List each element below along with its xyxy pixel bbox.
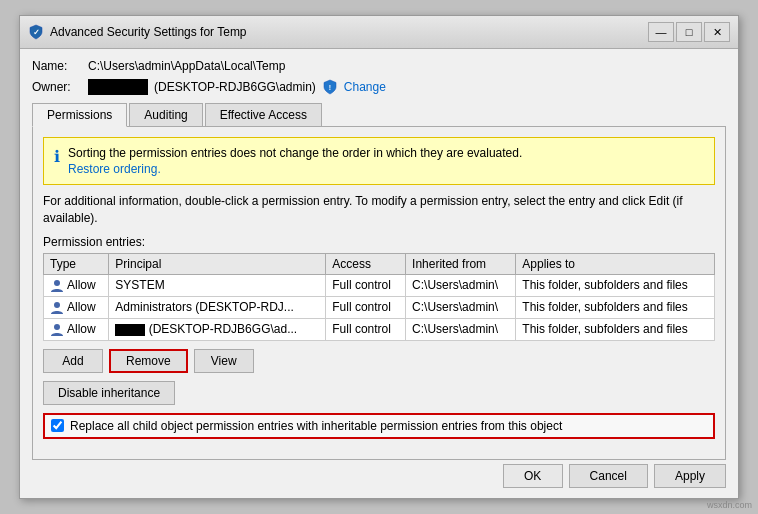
tab-effective-access[interactable]: Effective Access bbox=[205, 103, 322, 127]
minimize-button[interactable]: — bbox=[648, 22, 674, 42]
table-row[interactable]: AllowAdministrators (DESKTOP-RDJ...Full … bbox=[44, 296, 715, 318]
title-bar-left: ✓ Advanced Security Settings for Temp bbox=[28, 24, 247, 40]
cell-access: Full control bbox=[326, 296, 406, 318]
info-banner-text: Sorting the permission entries does not … bbox=[68, 146, 522, 160]
user-icon bbox=[50, 301, 64, 315]
col-principal: Principal bbox=[109, 254, 326, 275]
col-inherited-from: Inherited from bbox=[406, 254, 516, 275]
change-shield-icon: ! bbox=[322, 79, 338, 95]
principal-swatch bbox=[115, 324, 145, 336]
info-banner-body: Sorting the permission entries does not … bbox=[68, 146, 522, 176]
cell-access: Full control bbox=[326, 275, 406, 297]
watermark: wsxdn.com bbox=[707, 500, 752, 510]
cell-principal: (DESKTOP-RDJB6GG\ad... bbox=[109, 318, 326, 340]
remove-button[interactable]: Remove bbox=[109, 349, 188, 373]
owner-field-row: Owner: (DESKTOP-RDJB6GG\admin) ! Change bbox=[32, 79, 726, 95]
cancel-button[interactable]: Cancel bbox=[569, 464, 648, 488]
window-title: Advanced Security Settings for Temp bbox=[50, 25, 247, 39]
apply-button[interactable]: Apply bbox=[654, 464, 726, 488]
cell-principal: Administrators (DESKTOP-RDJ... bbox=[109, 296, 326, 318]
svg-point-4 bbox=[54, 324, 60, 330]
cell-access: Full control bbox=[326, 318, 406, 340]
title-controls: — □ ✕ bbox=[648, 22, 730, 42]
cell-principal: SYSTEM bbox=[109, 275, 326, 297]
close-button[interactable]: ✕ bbox=[704, 22, 730, 42]
change-link[interactable]: Change bbox=[344, 80, 386, 94]
tab-bar: Permissions Auditing Effective Access bbox=[32, 103, 726, 127]
cell-inherited-from: C:\Users\admin\ bbox=[406, 296, 516, 318]
disable-inheritance-row: Disable inheritance bbox=[43, 381, 715, 413]
cell-applies-to: This folder, subfolders and files bbox=[516, 318, 715, 340]
cell-inherited-from: C:\Users\admin\ bbox=[406, 275, 516, 297]
user-icon bbox=[50, 323, 64, 337]
owner-value: (DESKTOP-RDJB6GG\admin) bbox=[154, 80, 316, 94]
cell-inherited-from: C:\Users\admin\ bbox=[406, 318, 516, 340]
replace-checkbox-label: Replace all child object permission entr… bbox=[70, 419, 562, 433]
svg-text:!: ! bbox=[329, 84, 331, 91]
type-text: Allow bbox=[67, 300, 96, 314]
view-button[interactable]: View bbox=[194, 349, 254, 373]
type-text: Allow bbox=[67, 278, 96, 292]
name-label: Name: bbox=[32, 59, 82, 73]
replace-checkbox-row: Replace all child object permission entr… bbox=[43, 413, 715, 439]
dialog-buttons: OK Cancel Apply bbox=[32, 460, 726, 488]
window-icon: ✓ bbox=[28, 24, 44, 40]
window-content: Name: C:\Users\admin\AppData\Local\Temp … bbox=[20, 49, 738, 497]
disable-inheritance-button[interactable]: Disable inheritance bbox=[43, 381, 175, 405]
cell-type: Allow bbox=[44, 275, 109, 297]
add-button[interactable]: Add bbox=[43, 349, 103, 373]
permission-entries-label: Permission entries: bbox=[43, 235, 715, 249]
table-action-buttons: Add Remove View bbox=[43, 349, 715, 373]
owner-icon-swatch bbox=[88, 79, 148, 95]
table-header-row: Type Principal Access Inherited from App… bbox=[44, 254, 715, 275]
tab-permissions[interactable]: Permissions bbox=[32, 103, 127, 127]
owner-label: Owner: bbox=[32, 80, 82, 94]
restore-ordering-link[interactable]: Restore ordering. bbox=[68, 162, 522, 176]
svg-point-2 bbox=[54, 280, 60, 286]
info-banner: ℹ Sorting the permission entries does no… bbox=[43, 137, 715, 185]
main-window: ✓ Advanced Security Settings for Temp — … bbox=[19, 15, 739, 498]
description-text: For additional information, double-click… bbox=[43, 193, 715, 227]
table-row[interactable]: Allow (DESKTOP-RDJB6GG\ad...Full control… bbox=[44, 318, 715, 340]
cell-type: Allow bbox=[44, 296, 109, 318]
table-row[interactable]: AllowSYSTEMFull controlC:\Users\admin\Th… bbox=[44, 275, 715, 297]
permissions-table: Type Principal Access Inherited from App… bbox=[43, 253, 715, 340]
col-access: Access bbox=[326, 254, 406, 275]
tab-auditing[interactable]: Auditing bbox=[129, 103, 202, 127]
col-applies-to: Applies to bbox=[516, 254, 715, 275]
maximize-button[interactable]: □ bbox=[676, 22, 702, 42]
owner-block: (DESKTOP-RDJB6GG\admin) ! Change bbox=[88, 79, 386, 95]
cell-applies-to: This folder, subfolders and files bbox=[516, 275, 715, 297]
tab-content-permissions: ℹ Sorting the permission entries does no… bbox=[32, 126, 726, 459]
svg-point-3 bbox=[54, 302, 60, 308]
name-field-row: Name: C:\Users\admin\AppData\Local\Temp bbox=[32, 59, 726, 73]
cell-applies-to: This folder, subfolders and files bbox=[516, 296, 715, 318]
info-icon: ℹ bbox=[54, 147, 60, 166]
replace-checkbox[interactable] bbox=[51, 419, 64, 432]
title-bar: ✓ Advanced Security Settings for Temp — … bbox=[20, 16, 738, 49]
svg-text:✓: ✓ bbox=[33, 28, 40, 37]
name-value: C:\Users\admin\AppData\Local\Temp bbox=[88, 59, 285, 73]
col-type: Type bbox=[44, 254, 109, 275]
type-text: Allow bbox=[67, 322, 96, 336]
user-icon bbox=[50, 279, 64, 293]
ok-button[interactable]: OK bbox=[503, 464, 563, 488]
cell-type: Allow bbox=[44, 318, 109, 340]
